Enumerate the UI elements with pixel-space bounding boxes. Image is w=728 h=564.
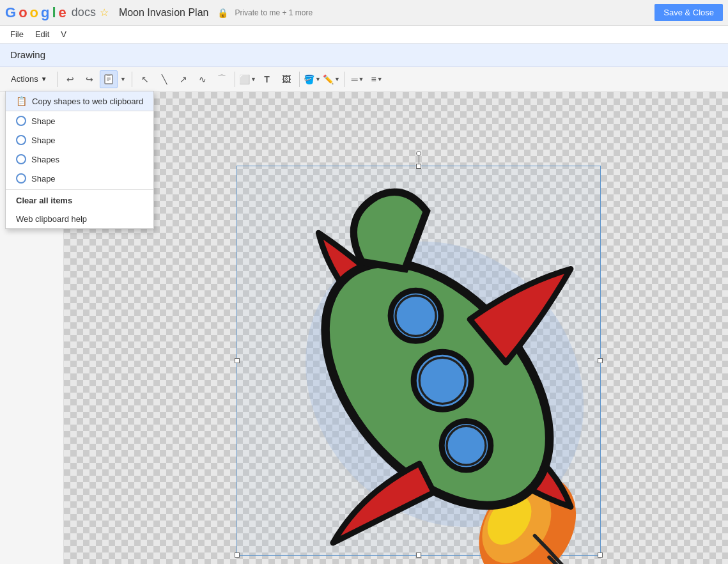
shape-item-1[interactable]: Shape: [6, 111, 153, 130]
shapes-3-label: Shapes: [31, 155, 59, 164]
image-tool-button[interactable]: 🖼: [277, 70, 295, 88]
select-tool-button[interactable]: ↖: [136, 70, 154, 88]
fill-icon: 🪣: [304, 74, 314, 84]
shape-item-4[interactable]: Shape: [6, 169, 153, 188]
line-color-button[interactable]: ✏️ ▼: [323, 70, 341, 88]
toolbar-divider-2: [132, 72, 132, 87]
clipboard-dropdown-btn[interactable]: ▼: [119, 70, 128, 88]
align-icon: ≡: [371, 74, 376, 84]
shape-dropdown-icon: ▼: [251, 76, 256, 82]
text-align-button[interactable]: ≡ ▼: [368, 70, 386, 88]
menu-bar: File Edit V: [0, 26, 728, 43]
clipboard-help-item[interactable]: Web clipboard help: [6, 210, 153, 228]
svg-point-11: [396, 295, 436, 336]
undo-button[interactable]: ↩: [61, 70, 79, 88]
svg-point-13: [419, 357, 465, 403]
drawing-title: Drawing: [10, 49, 45, 60]
logo-o1: o: [19, 4, 27, 21]
actions-button[interactable]: Actions ▼: [5, 71, 53, 87]
toolbar-divider-4: [299, 72, 300, 87]
clipboard-help-label: Web clipboard help: [16, 214, 87, 224]
rocket-svg: [249, 175, 633, 564]
logo-o2: o: [30, 4, 38, 21]
star-icon[interactable]: ☆: [100, 6, 109, 19]
rocket-image: [249, 175, 633, 564]
svg-point-15: [447, 426, 486, 465]
fill-dropdown-icon: ▼: [315, 76, 321, 82]
save-close-button[interactable]: Save & Close: [654, 4, 723, 21]
redo-button[interactable]: ↪: [81, 70, 98, 88]
toolbar-divider-1: [57, 72, 58, 87]
svg-rect-1: [107, 74, 111, 76]
google-docs-logo: G o o g l e docs ☆: [5, 4, 109, 21]
shape-tool-button[interactable]: ⬜ ▼: [239, 70, 257, 88]
copy-shapes-item[interactable]: 📋 Copy shapes to web clipboard: [6, 91, 153, 111]
line-tool-button[interactable]: ╲: [155, 70, 173, 88]
logo-e: e: [59, 4, 66, 21]
curve-tool-button[interactable]: ∿: [194, 70, 212, 88]
line-style-button[interactable]: ═ ▼: [349, 70, 367, 88]
shape-tool-icon: ⬜: [239, 74, 250, 84]
lock-icon: 🔒: [217, 8, 228, 18]
clipboard-dropdown-menu: 📋 Copy shapes to web clipboard Shape Sha…: [5, 91, 154, 229]
logo-docs: docs: [72, 6, 96, 19]
copy-shapes-label: Copy shapes to web clipboard: [32, 97, 143, 106]
poly-tool-button[interactable]: ⌒: [213, 70, 231, 88]
shape-2-label: Shape: [31, 136, 56, 145]
line-style-dropdown-icon: ▼: [359, 76, 364, 82]
shape-1-label: Shape: [31, 116, 56, 126]
toolbar-divider-5: [345, 72, 345, 87]
line-style-icon: ═: [352, 74, 358, 84]
line-color-icon: ✏️: [323, 74, 334, 84]
arrow-tool-button[interactable]: ↗: [174, 70, 192, 88]
toolbar: Actions ▼ ↩ ↪ ▼ ↖ ╲ ↗ ∿: [0, 67, 728, 92]
toolbar-divider-3: [235, 72, 235, 87]
shape-item-2[interactable]: Shape: [6, 130, 153, 150]
logo-g2: g: [41, 4, 49, 21]
clipboard-chevron-icon: ▼: [120, 76, 126, 82]
shape-4-label: Shape: [31, 174, 56, 184]
shapes-item-3[interactable]: Shapes: [6, 150, 153, 169]
privacy-text: Private to me + 1 more: [235, 8, 313, 17]
drawing-title-bar: Drawing: [0, 43, 728, 67]
copy-icon: 📋: [16, 96, 27, 106]
menu-edit[interactable]: Edit: [30, 27, 54, 41]
line-dropdown-icon: ▼: [334, 76, 340, 82]
actions-label: Actions: [11, 74, 38, 84]
clipboard-icon: [103, 74, 114, 85]
doc-title: Moon Invasion Plan: [119, 7, 209, 19]
top-bar: G o o g l e docs ☆ Moon Invasion Plan 🔒 …: [0, 0, 728, 26]
clipboard-button[interactable]: [100, 70, 118, 88]
clear-all-item[interactable]: Clear all items: [6, 191, 153, 210]
shape-2-icon: [16, 135, 26, 145]
menu-view[interactable]: V: [56, 27, 72, 41]
logo-l: l: [52, 4, 56, 21]
actions-chevron-icon: ▼: [41, 75, 47, 82]
clear-all-label: Clear all items: [16, 196, 72, 205]
text-tool-button[interactable]: T: [258, 70, 276, 88]
align-dropdown-icon: ▼: [377, 76, 383, 82]
fill-color-button[interactable]: 🪣 ▼: [304, 70, 321, 88]
shape-4-icon: [16, 173, 26, 184]
menu-file[interactable]: File: [5, 27, 29, 41]
shapes-3-icon: [16, 154, 26, 164]
shape-1-icon: [16, 116, 26, 126]
dropdown-divider: [6, 189, 153, 190]
canvas-area[interactable]: [64, 92, 728, 564]
logo-g: G: [5, 4, 16, 21]
